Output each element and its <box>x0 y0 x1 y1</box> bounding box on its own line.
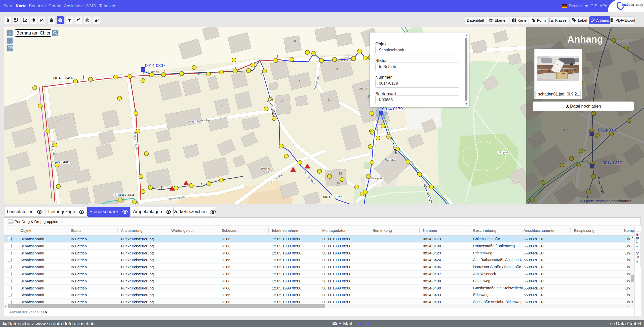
svg-text:0014-0334/01: 0014-0334/01 <box>50 160 70 164</box>
svg-text:19: 19 <box>337 181 340 185</box>
svg-text:6: 6 <box>294 40 296 43</box>
svg-text:PDF: PDF <box>611 20 614 22</box>
svg-text:0014-0337: 0014-0337 <box>145 63 165 68</box>
svg-text:Bikepark: Bikepark <box>498 151 509 154</box>
svg-text:10: 10 <box>280 99 284 103</box>
svg-text:3a: 3a <box>328 98 331 102</box>
svg-text:Marktplatz: Marktplatz <box>370 177 383 180</box>
svg-text:Haus der: Haus der <box>261 168 271 170</box>
svg-text:2: 2 <box>549 20 550 22</box>
svg-text:3: 3 <box>336 68 338 71</box>
svg-text:19: 19 <box>339 172 342 175</box>
svg-text:0014-0334/02: 0014-0334/02 <box>53 76 73 80</box>
svg-text:Rathaus: Rathaus <box>385 158 396 161</box>
svg-text:luxData.easy: luxData.easy <box>621 3 643 7</box>
svg-text:25 - 27: 25 - 27 <box>359 87 369 91</box>
svg-text:4: 4 <box>221 104 222 108</box>
svg-text:Musik: Musik <box>263 171 270 173</box>
svg-text:0014-0334/03: 0014-0334/03 <box>114 193 134 197</box>
svg-text:0014-0317/02: 0014-0317/02 <box>323 195 343 199</box>
svg-text:4: 4 <box>299 80 300 83</box>
svg-text:1: 1 <box>549 18 550 20</box>
